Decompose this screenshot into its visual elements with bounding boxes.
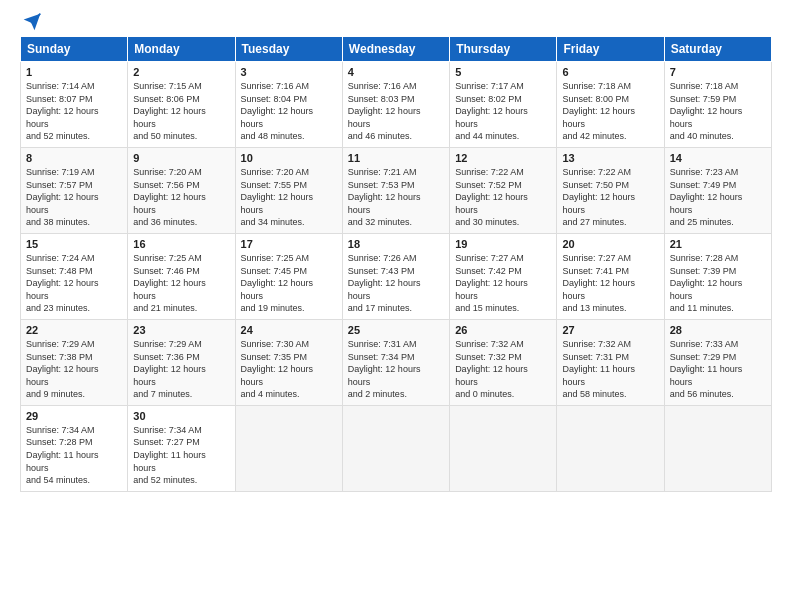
calendar-cell: 7 Sunrise: 7:18 AM Sunset: 7:59 PM Dayli… [664, 62, 771, 148]
calendar-cell: 27 Sunrise: 7:32 AM Sunset: 7:31 PM Dayl… [557, 319, 664, 405]
day-info: Sunrise: 7:34 AM Sunset: 7:27 PM Dayligh… [133, 424, 229, 487]
calendar-cell: 17 Sunrise: 7:25 AM Sunset: 7:45 PM Dayl… [235, 233, 342, 319]
calendar-cell: 23 Sunrise: 7:29 AM Sunset: 7:36 PM Dayl… [128, 319, 235, 405]
day-number: 24 [241, 324, 337, 336]
day-info: Sunrise: 7:27 AM Sunset: 7:41 PM Dayligh… [562, 252, 658, 315]
day-number: 3 [241, 66, 337, 78]
day-number: 30 [133, 410, 229, 422]
day-info: Sunrise: 7:16 AM Sunset: 8:03 PM Dayligh… [348, 80, 444, 143]
logo-bird-icon [22, 12, 42, 32]
calendar-cell [342, 405, 449, 491]
calendar-week-row: 1 Sunrise: 7:14 AM Sunset: 8:07 PM Dayli… [21, 62, 772, 148]
day-number: 15 [26, 238, 122, 250]
day-info: Sunrise: 7:34 AM Sunset: 7:28 PM Dayligh… [26, 424, 122, 487]
day-info: Sunrise: 7:16 AM Sunset: 8:04 PM Dayligh… [241, 80, 337, 143]
day-number: 20 [562, 238, 658, 250]
calendar-cell: 4 Sunrise: 7:16 AM Sunset: 8:03 PM Dayli… [342, 62, 449, 148]
header [20, 16, 772, 28]
calendar-week-row: 29 Sunrise: 7:34 AM Sunset: 7:28 PM Dayl… [21, 405, 772, 491]
calendar-cell: 19 Sunrise: 7:27 AM Sunset: 7:42 PM Dayl… [450, 233, 557, 319]
day-number: 5 [455, 66, 551, 78]
calendar-cell: 5 Sunrise: 7:17 AM Sunset: 8:02 PM Dayli… [450, 62, 557, 148]
day-info: Sunrise: 7:23 AM Sunset: 7:49 PM Dayligh… [670, 166, 766, 229]
day-info: Sunrise: 7:27 AM Sunset: 7:42 PM Dayligh… [455, 252, 551, 315]
day-number: 16 [133, 238, 229, 250]
day-number: 8 [26, 152, 122, 164]
day-number: 26 [455, 324, 551, 336]
calendar-cell: 6 Sunrise: 7:18 AM Sunset: 8:00 PM Dayli… [557, 62, 664, 148]
day-info: Sunrise: 7:18 AM Sunset: 7:59 PM Dayligh… [670, 80, 766, 143]
calendar-week-row: 22 Sunrise: 7:29 AM Sunset: 7:38 PM Dayl… [21, 319, 772, 405]
day-info: Sunrise: 7:20 AM Sunset: 7:55 PM Dayligh… [241, 166, 337, 229]
day-number: 27 [562, 324, 658, 336]
calendar-cell: 25 Sunrise: 7:31 AM Sunset: 7:34 PM Dayl… [342, 319, 449, 405]
calendar-cell: 18 Sunrise: 7:26 AM Sunset: 7:43 PM Dayl… [342, 233, 449, 319]
calendar-cell: 15 Sunrise: 7:24 AM Sunset: 7:48 PM Dayl… [21, 233, 128, 319]
calendar-cell: 9 Sunrise: 7:20 AM Sunset: 7:56 PM Dayli… [128, 147, 235, 233]
day-number: 1 [26, 66, 122, 78]
day-info: Sunrise: 7:17 AM Sunset: 8:02 PM Dayligh… [455, 80, 551, 143]
weekday-header-saturday: Saturday [664, 37, 771, 62]
weekday-header-monday: Monday [128, 37, 235, 62]
day-info: Sunrise: 7:29 AM Sunset: 7:38 PM Dayligh… [26, 338, 122, 401]
calendar-cell: 3 Sunrise: 7:16 AM Sunset: 8:04 PM Dayli… [235, 62, 342, 148]
day-info: Sunrise: 7:28 AM Sunset: 7:39 PM Dayligh… [670, 252, 766, 315]
day-info: Sunrise: 7:26 AM Sunset: 7:43 PM Dayligh… [348, 252, 444, 315]
calendar-cell [450, 405, 557, 491]
day-info: Sunrise: 7:32 AM Sunset: 7:31 PM Dayligh… [562, 338, 658, 401]
calendar-cell [235, 405, 342, 491]
calendar-cell: 12 Sunrise: 7:22 AM Sunset: 7:52 PM Dayl… [450, 147, 557, 233]
day-number: 21 [670, 238, 766, 250]
day-number: 11 [348, 152, 444, 164]
day-info: Sunrise: 7:30 AM Sunset: 7:35 PM Dayligh… [241, 338, 337, 401]
day-number: 28 [670, 324, 766, 336]
day-number: 25 [348, 324, 444, 336]
calendar-cell: 29 Sunrise: 7:34 AM Sunset: 7:28 PM Dayl… [21, 405, 128, 491]
weekday-header-sunday: Sunday [21, 37, 128, 62]
calendar-cell: 1 Sunrise: 7:14 AM Sunset: 8:07 PM Dayli… [21, 62, 128, 148]
calendar-cell: 10 Sunrise: 7:20 AM Sunset: 7:55 PM Dayl… [235, 147, 342, 233]
day-info: Sunrise: 7:20 AM Sunset: 7:56 PM Dayligh… [133, 166, 229, 229]
day-number: 14 [670, 152, 766, 164]
weekday-header-tuesday: Tuesday [235, 37, 342, 62]
day-info: Sunrise: 7:18 AM Sunset: 8:00 PM Dayligh… [562, 80, 658, 143]
calendar-week-row: 8 Sunrise: 7:19 AM Sunset: 7:57 PM Dayli… [21, 147, 772, 233]
calendar-cell: 20 Sunrise: 7:27 AM Sunset: 7:41 PM Dayl… [557, 233, 664, 319]
day-number: 22 [26, 324, 122, 336]
day-info: Sunrise: 7:22 AM Sunset: 7:52 PM Dayligh… [455, 166, 551, 229]
day-info: Sunrise: 7:29 AM Sunset: 7:36 PM Dayligh… [133, 338, 229, 401]
calendar-cell: 8 Sunrise: 7:19 AM Sunset: 7:57 PM Dayli… [21, 147, 128, 233]
day-number: 13 [562, 152, 658, 164]
calendar-cell: 21 Sunrise: 7:28 AM Sunset: 7:39 PM Dayl… [664, 233, 771, 319]
day-number: 23 [133, 324, 229, 336]
day-number: 19 [455, 238, 551, 250]
calendar-cell: 22 Sunrise: 7:29 AM Sunset: 7:38 PM Dayl… [21, 319, 128, 405]
day-number: 6 [562, 66, 658, 78]
day-info: Sunrise: 7:31 AM Sunset: 7:34 PM Dayligh… [348, 338, 444, 401]
calendar-cell: 30 Sunrise: 7:34 AM Sunset: 7:27 PM Dayl… [128, 405, 235, 491]
day-info: Sunrise: 7:25 AM Sunset: 7:46 PM Dayligh… [133, 252, 229, 315]
day-info: Sunrise: 7:21 AM Sunset: 7:53 PM Dayligh… [348, 166, 444, 229]
day-number: 9 [133, 152, 229, 164]
day-number: 17 [241, 238, 337, 250]
calendar-cell: 13 Sunrise: 7:22 AM Sunset: 7:50 PM Dayl… [557, 147, 664, 233]
calendar-table: SundayMondayTuesdayWednesdayThursdayFrid… [20, 36, 772, 492]
day-info: Sunrise: 7:25 AM Sunset: 7:45 PM Dayligh… [241, 252, 337, 315]
calendar-cell: 28 Sunrise: 7:33 AM Sunset: 7:29 PM Dayl… [664, 319, 771, 405]
logo [20, 16, 42, 28]
calendar-cell: 26 Sunrise: 7:32 AM Sunset: 7:32 PM Dayl… [450, 319, 557, 405]
day-number: 10 [241, 152, 337, 164]
weekday-header-thursday: Thursday [450, 37, 557, 62]
calendar-cell: 2 Sunrise: 7:15 AM Sunset: 8:06 PM Dayli… [128, 62, 235, 148]
day-number: 7 [670, 66, 766, 78]
day-number: 29 [26, 410, 122, 422]
day-number: 18 [348, 238, 444, 250]
day-info: Sunrise: 7:14 AM Sunset: 8:07 PM Dayligh… [26, 80, 122, 143]
day-info: Sunrise: 7:22 AM Sunset: 7:50 PM Dayligh… [562, 166, 658, 229]
calendar-cell: 11 Sunrise: 7:21 AM Sunset: 7:53 PM Dayl… [342, 147, 449, 233]
weekday-header-friday: Friday [557, 37, 664, 62]
weekday-header-wednesday: Wednesday [342, 37, 449, 62]
calendar-week-row: 15 Sunrise: 7:24 AM Sunset: 7:48 PM Dayl… [21, 233, 772, 319]
day-info: Sunrise: 7:24 AM Sunset: 7:48 PM Dayligh… [26, 252, 122, 315]
day-info: Sunrise: 7:33 AM Sunset: 7:29 PM Dayligh… [670, 338, 766, 401]
